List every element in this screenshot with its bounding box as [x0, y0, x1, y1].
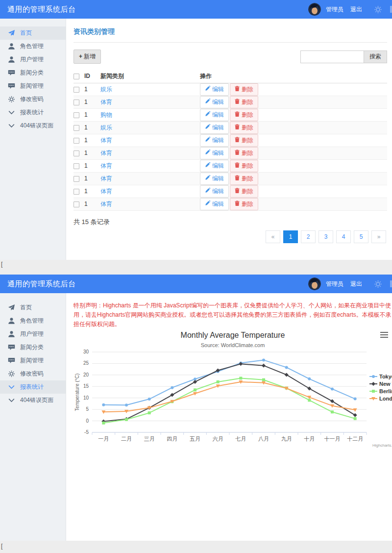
- delete-button[interactable]: 删除: [230, 83, 258, 96]
- row-checkbox[interactable]: [74, 87, 79, 93]
- delete-button[interactable]: 删除: [230, 185, 258, 198]
- sidebar-item-7[interactable]: 报表统计: [0, 380, 66, 394]
- category-link[interactable]: 体育: [100, 99, 112, 105]
- sidebar-item-3[interactable]: 用户管理: [0, 53, 66, 66]
- body-section-2: 首页角色管理用户管理新闻分类新闻管理修改密码报表统计404错误页面 特别声明：H…: [0, 293, 392, 541]
- row-checkbox[interactable]: [74, 176, 79, 182]
- row-checkbox[interactable]: [74, 112, 79, 118]
- edit-button[interactable]: 编辑: [200, 122, 229, 134]
- row-checkbox[interactable]: [74, 189, 79, 195]
- sidebar-item-5[interactable]: 新闻管理: [0, 354, 66, 367]
- gear-icon[interactable]: [374, 5, 382, 14]
- sidebar-item-8[interactable]: 404错误页面: [0, 394, 66, 407]
- sidebar-item-1[interactable]: 首页: [0, 301, 66, 314]
- delete-button[interactable]: 删除: [230, 109, 258, 121]
- user-avatar[interactable]: [308, 277, 321, 290]
- category-table: ID 新闻类别 操作 1娱乐编辑删除1体育编辑删除1购物编辑删除1娱乐编辑删除1…: [74, 70, 387, 211]
- search-input[interactable]: [300, 50, 364, 63]
- row-checkbox[interactable]: [74, 201, 79, 207]
- row-checkbox[interactable]: [74, 100, 79, 105]
- edit-button[interactable]: 编辑: [200, 147, 229, 159]
- category-link[interactable]: 体育: [100, 201, 112, 207]
- select-all-checkbox[interactable]: [74, 74, 79, 79]
- gear-icon: [8, 370, 15, 377]
- user-name[interactable]: 管理员: [326, 280, 343, 288]
- category-link[interactable]: 体育: [100, 188, 112, 195]
- legend-item-berlin[interactable]: Berlin: [369, 388, 392, 394]
- delete-button[interactable]: 删除: [230, 147, 258, 159]
- table-row: 1娱乐编辑删除: [74, 83, 387, 96]
- edit-button[interactable]: 编辑: [200, 96, 229, 108]
- category-link[interactable]: 购物: [100, 111, 112, 118]
- page-4[interactable]: 4: [336, 230, 351, 243]
- logout-link[interactable]: 退出: [350, 5, 362, 14]
- sidebar-item-2[interactable]: 角色管理: [0, 314, 66, 327]
- legend-item-london[interactable]: London: [369, 396, 392, 402]
- row-checkbox[interactable]: [74, 151, 79, 156]
- page-1[interactable]: 1: [283, 230, 298, 243]
- sidebar-item-8[interactable]: 404错误页面: [0, 119, 66, 132]
- category-link[interactable]: 体育: [100, 137, 112, 144]
- sidebar-item-4[interactable]: 新闻分类: [0, 66, 66, 79]
- sidebar-item-1[interactable]: 首页: [0, 26, 66, 40]
- delete-button[interactable]: 删除: [230, 134, 258, 147]
- edit-button[interactable]: 编辑: [200, 198, 229, 210]
- edit-button[interactable]: 编辑: [200, 160, 229, 172]
- logout-link[interactable]: 退出: [350, 280, 362, 288]
- x-tick-label: 四月: [167, 436, 177, 442]
- category-link[interactable]: 体育: [100, 175, 112, 182]
- row-id: 1: [84, 185, 100, 198]
- delete-button[interactable]: 删除: [230, 160, 258, 172]
- edit-button[interactable]: 编辑: [200, 134, 229, 147]
- chevron-down-icon: [8, 109, 15, 116]
- edit-button[interactable]: 编辑: [200, 109, 229, 121]
- user-name[interactable]: 管理员: [326, 5, 343, 14]
- legend-item-tokyo[interactable]: Tokyo: [369, 374, 392, 379]
- gear-icon[interactable]: [374, 280, 382, 288]
- category-link[interactable]: 娱乐: [100, 86, 112, 93]
- sidebar-item-6[interactable]: 修改密码: [0, 367, 66, 380]
- delete-button[interactable]: 删除: [230, 198, 258, 210]
- legend-item-new-york[interactable]: New York: [369, 381, 392, 387]
- page-next[interactable]: »: [371, 230, 386, 243]
- body-section-1: 首页角色管理用户管理新闻分类新闻管理修改密码报表统计404错误页面 资讯类别管理…: [0, 19, 392, 260]
- row-checkbox[interactable]: [74, 138, 79, 144]
- comment-icon: [8, 69, 15, 76]
- delete-button[interactable]: 删除: [230, 96, 258, 108]
- category-link[interactable]: 体育: [100, 162, 112, 169]
- trash-icon: [235, 124, 240, 131]
- add-button[interactable]: +新增: [74, 50, 101, 64]
- edit-button[interactable]: 编辑: [200, 83, 229, 96]
- svg-text:Berlin: Berlin: [379, 388, 392, 394]
- plus-icon: +: [79, 53, 82, 60]
- row-checkbox[interactable]: [74, 125, 79, 131]
- sidebar-item-7[interactable]: 报表统计: [0, 106, 66, 119]
- sidebar-item-label: 报表统计: [20, 383, 44, 391]
- category-link[interactable]: 体育: [100, 150, 112, 156]
- sidebar-item-2[interactable]: 角色管理: [0, 40, 66, 53]
- category-link[interactable]: 娱乐: [100, 124, 112, 131]
- sidebar-item-6[interactable]: 修改密码: [0, 93, 66, 106]
- comment-icon: [8, 82, 15, 90]
- toolbar: +新增 搜索: [74, 50, 387, 64]
- delete-button[interactable]: 删除: [230, 122, 258, 134]
- highcharts-disclaimer: 特别声明：Highcharts 是一个用纯 JavaScript编写的一个图表库…: [74, 301, 392, 329]
- row-checkbox[interactable]: [74, 163, 79, 169]
- chart-export-menu-icon[interactable]: [380, 332, 388, 339]
- page-prev[interactable]: «: [266, 230, 280, 243]
- sidebar-item-3[interactable]: 用户管理: [0, 327, 66, 341]
- row-id: 1: [84, 172, 100, 185]
- page-3[interactable]: 3: [318, 230, 333, 243]
- edit-icon: [205, 201, 210, 207]
- sidebar-item-5[interactable]: 新闻管理: [0, 79, 66, 93]
- page-5[interactable]: 5: [354, 230, 368, 243]
- search-button[interactable]: 搜索: [364, 50, 387, 63]
- sidebar-item-4[interactable]: 新闻分类: [0, 341, 66, 354]
- row-id: 1: [84, 134, 100, 147]
- edit-button[interactable]: 编辑: [200, 173, 229, 185]
- edit-button[interactable]: 编辑: [200, 185, 229, 198]
- delete-button[interactable]: 删除: [230, 173, 258, 185]
- row-id: 1: [84, 159, 100, 172]
- page-2[interactable]: 2: [301, 230, 316, 243]
- user-avatar[interactable]: [308, 3, 321, 16]
